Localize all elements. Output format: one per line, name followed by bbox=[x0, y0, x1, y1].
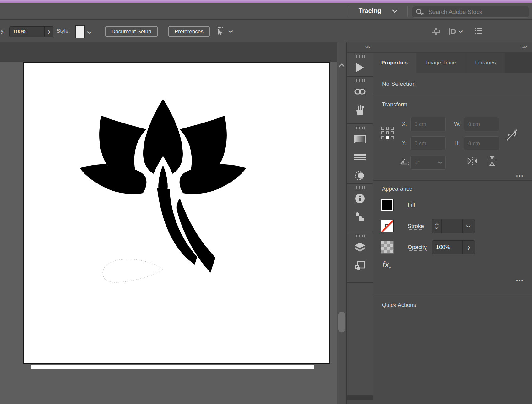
opacity-value[interactable]: 100% bbox=[432, 241, 462, 254]
drag-grip[interactable] bbox=[355, 79, 365, 82]
w-label: W: bbox=[454, 121, 460, 127]
selection-status-section: No Selection bbox=[373, 73, 532, 94]
opacity-value-control[interactable]: 100% ❯ bbox=[9, 26, 53, 37]
chevron-down-icon[interactable]: ❯ bbox=[459, 30, 463, 33]
tab-properties[interactable]: Properties bbox=[373, 53, 416, 73]
rotate-angle-icon: : bbox=[400, 158, 410, 165]
chevron-down-icon[interactable] bbox=[391, 8, 398, 14]
play-icon[interactable] bbox=[347, 58, 373, 77]
stroke-none-swatch[interactable] bbox=[381, 220, 393, 232]
opacity-swatch[interactable] bbox=[381, 241, 393, 253]
opacity-control[interactable]: 100% ❯ bbox=[432, 240, 475, 254]
stroke-row: Stroke ❯ ❯ ❯ bbox=[381, 219, 475, 233]
drag-grip[interactable] bbox=[355, 55, 365, 58]
artboard[interactable] bbox=[23, 62, 330, 364]
list-menu-icon[interactable] bbox=[475, 28, 482, 35]
arrange-documents-control[interactable]: ❯ bbox=[448, 28, 463, 35]
dock-group bbox=[347, 124, 373, 183]
transparency-icon[interactable] bbox=[347, 167, 373, 185]
symbols-icon[interactable] bbox=[347, 208, 373, 226]
document-grid-icon[interactable] bbox=[432, 28, 440, 35]
h-field[interactable]: 0 cm bbox=[464, 136, 499, 150]
canvas-area[interactable] bbox=[0, 42, 337, 404]
constrain-proportions-off-icon[interactable] bbox=[505, 128, 519, 142]
preferences-button[interactable]: Preferences bbox=[168, 26, 210, 37]
dock-group bbox=[347, 77, 373, 123]
drag-grip[interactable] bbox=[355, 127, 365, 129]
control-bar: y: 100% ❯ Style: ❯ Document Setup Prefer… bbox=[0, 19, 532, 42]
window-accent-strip bbox=[0, 0, 532, 3]
x-field[interactable]: 0 cm bbox=[410, 117, 446, 131]
gradient-icon[interactable] bbox=[347, 130, 373, 148]
canvas-top-band bbox=[0, 42, 337, 62]
document-setup-button[interactable]: Document Setup bbox=[105, 26, 158, 37]
none-slash bbox=[381, 220, 393, 232]
stroke-weight-stepper[interactable]: ❯ ❯ ❯ bbox=[432, 219, 475, 233]
tab-libraries[interactable]: Libraries bbox=[466, 53, 505, 73]
link-icon[interactable] bbox=[347, 83, 373, 101]
flip-horizontal-icon[interactable] bbox=[467, 156, 478, 166]
layers-icon[interactable] bbox=[347, 238, 373, 256]
chevron-right-icon[interactable]: ❯ bbox=[44, 27, 53, 37]
stepper-arrows[interactable]: ❯ ❯ bbox=[432, 219, 441, 233]
chevron-down-icon[interactable]: ❯ bbox=[229, 30, 233, 33]
vertical-scrollbar[interactable] bbox=[337, 42, 346, 404]
collapse-panels-button[interactable]: << bbox=[365, 44, 370, 49]
chevron-down-icon[interactable]: ❯ bbox=[463, 219, 475, 233]
right-panel: << >> bbox=[346, 42, 532, 404]
dock-group bbox=[347, 184, 373, 232]
transform-more-options[interactable]: ••• bbox=[516, 173, 524, 178]
stroke-lines-icon[interactable] bbox=[347, 148, 373, 167]
dock-group bbox=[347, 232, 373, 282]
brushes-icon[interactable] bbox=[347, 101, 373, 119]
style-swatch[interactable] bbox=[75, 25, 85, 38]
search-icon bbox=[415, 8, 425, 16]
y-label: Y: bbox=[402, 140, 407, 146]
x-label: X: bbox=[402, 121, 407, 127]
scrollbar-thumb[interactable] bbox=[338, 312, 345, 332]
properties-panel: Properties Image Trace Libraries No Sele… bbox=[373, 53, 532, 400]
opacity-link-truncated[interactable]: y: bbox=[1, 28, 5, 34]
lotus-trace-artwork[interactable] bbox=[24, 63, 331, 365]
style-label: Style: bbox=[57, 28, 70, 34]
quick-actions-heading: Quick Actions bbox=[382, 302, 416, 308]
info-icon[interactable] bbox=[347, 189, 373, 208]
stroke-weight-field[interactable] bbox=[441, 219, 463, 233]
tab-image-trace[interactable]: Image Trace bbox=[416, 53, 466, 73]
adobe-stock-search[interactable] bbox=[412, 6, 529, 18]
illustrator-window: Tracing y: 100% ❯ Style: ❯ Document Setu… bbox=[0, 0, 532, 404]
search-input[interactable] bbox=[428, 8, 526, 16]
leaf-outline-path[interactable] bbox=[103, 259, 163, 282]
dock-group-empty bbox=[347, 283, 373, 395]
chevron-down-icon[interactable]: ❯ bbox=[88, 30, 91, 35]
h-label: H: bbox=[454, 140, 460, 146]
drag-grip[interactable] bbox=[355, 186, 365, 189]
opacity-row: Opacity 100% ❯ bbox=[381, 240, 475, 254]
fx-effects-button[interactable]: fx▾ bbox=[383, 260, 391, 270]
fill-swatch[interactable] bbox=[381, 199, 393, 211]
select-similar-control[interactable]: ❯ bbox=[215, 27, 233, 36]
quick-actions-section: Quick Actions bbox=[373, 296, 532, 390]
panel-tabs: Properties Image Trace Libraries bbox=[373, 53, 532, 73]
stroke-link[interactable]: Stroke bbox=[408, 223, 424, 230]
appearance-more-options[interactable]: ••• bbox=[516, 277, 524, 283]
flip-vertical-icon[interactable] bbox=[487, 156, 497, 166]
rotate-dropdown[interactable]: 0° ❯ bbox=[410, 156, 446, 170]
opacity-link[interactable]: Opacity bbox=[408, 244, 427, 251]
drag-grip[interactable] bbox=[355, 235, 365, 237]
workspace-switcher[interactable]: Tracing bbox=[359, 7, 382, 14]
w-field[interactable]: 0 cm bbox=[464, 117, 499, 131]
expand-panels-button[interactable]: >> bbox=[522, 44, 526, 49]
select-similar-icon bbox=[215, 27, 226, 36]
y-field[interactable]: 0 cm bbox=[410, 136, 446, 150]
fill-row: Fill bbox=[381, 199, 415, 211]
reference-point-locator[interactable] bbox=[381, 127, 395, 140]
scroll-up-icon[interactable] bbox=[339, 63, 345, 68]
titlebar-separator bbox=[349, 6, 349, 17]
tabbar-spacer bbox=[505, 53, 532, 73]
artboards-icon[interactable] bbox=[347, 256, 373, 275]
chevron-right-icon[interactable]: ❯ bbox=[462, 241, 475, 254]
opacity-value[interactable]: 100% bbox=[10, 27, 44, 37]
panel-header: << >> bbox=[347, 42, 532, 53]
transform-heading: Transform bbox=[382, 101, 407, 108]
